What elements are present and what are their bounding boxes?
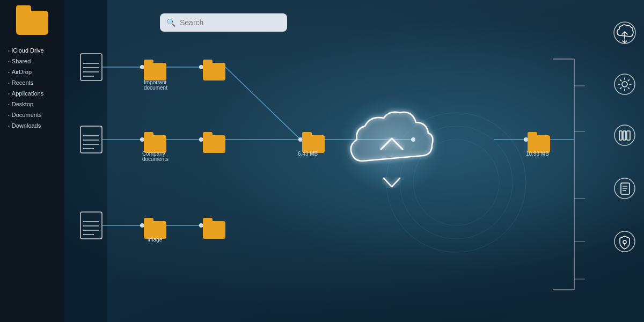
right-icons-panel <box>613 21 636 254</box>
sidebar-item-applications[interactable]: Applications <box>5 89 59 98</box>
sidebar: iCloud Drive Shared AirDrop Recents Appl… <box>0 0 64 322</box>
svg-rect-72 <box>627 131 630 140</box>
svg-point-60 <box>622 82 627 87</box>
right-icon-cloud-upload[interactable] <box>613 21 636 44</box>
sidebar-nav: iCloud Drive Shared AirDrop Recents Appl… <box>0 43 64 133</box>
right-icon-security[interactable] <box>614 231 635 254</box>
sidebar-folder-icon <box>0 5 64 40</box>
sidebar-item-documents[interactable]: Documents <box>5 110 59 120</box>
search-bar: 🔍 <box>160 13 287 32</box>
sidebar-item-icloud-drive[interactable]: iCloud Drive <box>5 46 59 55</box>
gear-icon-svg <box>614 74 635 95</box>
sidebar-item-recents[interactable]: Recents <box>5 78 59 87</box>
sidebar-item-airdrop[interactable]: AirDrop <box>5 67 59 77</box>
right-icon-document[interactable] <box>614 178 635 201</box>
svg-point-79 <box>623 240 626 244</box>
person-silhouette <box>107 0 644 322</box>
svg-rect-71 <box>623 131 626 140</box>
svg-line-67 <box>628 80 629 81</box>
right-icon-settings[interactable] <box>614 74 635 95</box>
search-input[interactable] <box>180 18 276 27</box>
search-icon: 🔍 <box>166 18 175 27</box>
svg-line-68 <box>620 87 621 89</box>
svg-point-59 <box>614 74 635 94</box>
svg-rect-70 <box>619 131 622 140</box>
svg-line-65 <box>620 80 621 81</box>
sidebar-item-shared[interactable]: Shared <box>5 56 59 66</box>
svg-point-69 <box>614 125 635 145</box>
cloud-upload-svg <box>613 21 636 44</box>
library-icon-svg <box>614 125 635 146</box>
sidebar-item-desktop[interactable]: Desktop <box>5 99 59 109</box>
security-icon-svg <box>614 231 635 252</box>
main-folder-icon <box>16 11 48 35</box>
svg-line-66 <box>628 87 629 89</box>
document-icon-svg <box>614 178 635 199</box>
search-bar-container: 🔍 <box>160 13 287 32</box>
sidebar-item-downloads[interactable]: Downloads <box>5 121 59 130</box>
right-icon-library[interactable] <box>614 125 635 148</box>
